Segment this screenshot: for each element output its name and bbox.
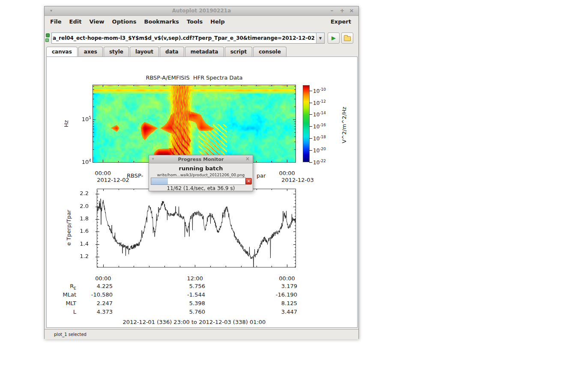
tab-bar: canvasaxesstylelayoutdatametadatascriptc… — [46, 47, 287, 56]
status-bar: plot_1 selected — [45, 329, 358, 339]
tab-data[interactable]: data — [160, 47, 184, 56]
tab-metadata[interactable]: metadata — [185, 47, 224, 56]
spectrogram-y-axis-label: Hz — [63, 120, 69, 128]
colorbar-gradient — [303, 86, 309, 162]
colorbar-tick-label: 10-18 — [313, 135, 326, 142]
play-icon: ▶ — [331, 35, 336, 41]
cancel-x-icon: ✕ — [247, 179, 250, 183]
ephemeris-value: 4.373 — [70, 309, 113, 316]
progress-monitor-dialog: ▾ Progress Monitor × running batch write… — [149, 155, 253, 191]
ephemeris-value: 8.125 — [254, 300, 297, 308]
colorbar-axis-label: V^2/m^2/Hz — [341, 107, 347, 143]
expert-mode-label[interactable]: Expert — [327, 18, 355, 25]
frequency-tick-label: 104 — [70, 158, 91, 166]
tab-canvas[interactable]: canvas — [46, 47, 78, 56]
ephemeris-value: 4.225 — [70, 283, 113, 291]
progress-detail: write/hom...walk3/product_20121206_00.pn… — [149, 173, 253, 177]
menu-item-file[interactable]: File — [46, 18, 66, 25]
open-local-file-button[interactable] — [341, 33, 353, 44]
dialog-titlebar[interactable]: ▾ Progress Monitor × — [149, 155, 253, 163]
ephemeris-value: 5.760 — [162, 309, 205, 316]
uri-type-icon — [46, 33, 50, 37]
ratio-tick-label: 1.4 — [69, 241, 89, 248]
ephemeris-value: -16.190 — [254, 291, 297, 299]
spectrogram-y-ticks: 105104 — [70, 85, 91, 163]
ephemeris-value: 5.398 — [162, 300, 205, 308]
colorbar-tick-label: 10-20 — [313, 147, 326, 154]
menubar: FileEditViewOptionsBookmarksToolsHelpExp… — [45, 16, 358, 27]
x-tick-label: 2012-12-03 — [279, 177, 316, 183]
menu-item-bookmarks[interactable]: Bookmarks — [140, 18, 183, 25]
colorbar-ticks: 10-1010-1210-1410-1610-1810-2010-22 — [313, 85, 340, 164]
ephemeris-value: -10.580 — [70, 291, 113, 299]
progress-counter: 11/62 (1.4/sec, eta 36.9 s) — [149, 185, 253, 191]
tab-layout[interactable]: layout — [130, 47, 159, 56]
desktop: ▾ Autoplot 20190221a – + × FileEditViewO… — [0, 0, 576, 392]
maximize-button[interactable]: + — [339, 7, 346, 14]
window-title: Autoplot 20190221a — [45, 8, 358, 14]
menu-item-tools[interactable]: Tools — [183, 18, 206, 25]
tab-console[interactable]: console — [253, 47, 287, 56]
cancel-button[interactable]: ✕ — [245, 178, 252, 184]
status-text: plot_1 selected — [54, 332, 87, 337]
x-tick-label: 2012-12-02 — [94, 177, 132, 183]
chevron-down-icon: ▼ — [319, 36, 322, 40]
menu-item-help[interactable]: Help — [206, 18, 228, 25]
folder-icon — [344, 36, 351, 41]
ratio-tick-label: 1.2 — [69, 253, 89, 261]
window-titlebar[interactable]: ▾ Autoplot 20190221a – + × — [45, 6, 358, 16]
ephemeris-value: 3.179 — [254, 283, 297, 291]
occluded-plot-title-right: par — [257, 172, 266, 179]
ratio-tick-label: 2.2 — [69, 190, 89, 198]
dialog-title: Progress Monitor — [149, 157, 253, 162]
progress-status: running batch — [149, 165, 253, 172]
x-tick-label: 00:00 — [90, 170, 116, 176]
x-tick-label: 00:00 — [274, 275, 300, 282]
colorbar-tick-label: 10-14 — [313, 111, 326, 118]
x-tick-label: 12:00 — [182, 275, 208, 282]
ratio-tick-label: 2.0 — [69, 203, 89, 211]
go-button[interactable]: ▶ — [328, 33, 340, 44]
timeseries-plot[interactable] — [97, 189, 296, 267]
ephemeris-table: RE4.2255.7563.179MLat-10.580-1.544-16.19… — [47, 283, 358, 319]
uri-aggregation-icon — [45, 39, 49, 42]
tab-script[interactable]: script — [225, 47, 253, 56]
menu-item-view[interactable]: View — [85, 18, 108, 25]
occluded-plot-title-left: RBSP- — [127, 172, 143, 179]
ephemeris-value: 2.247 — [70, 300, 113, 308]
progress-bar — [151, 178, 246, 185]
colorbar-tick-label: 10-16 — [313, 123, 326, 130]
ephemeris-value: 5.756 — [162, 283, 205, 291]
ephemeris-value: -1.544 — [162, 291, 205, 299]
uri-toolbar: ▼ ▶ — [45, 27, 358, 47]
plot-title: RBSP-A/EMFISIS HFR Spectra Data — [93, 74, 295, 81]
tab-style[interactable]: style — [104, 47, 129, 56]
ephemeris-value: 3.447 — [254, 309, 297, 316]
colorbar-tick-label: 10-10 — [313, 87, 326, 95]
progress-bar-fill — [151, 178, 168, 184]
x-tick-label: 00:00 — [90, 275, 116, 282]
close-button[interactable]: × — [348, 7, 355, 14]
ratio-tick-label: 1.6 — [69, 228, 89, 235]
ratio-tick-label: 1.8 — [69, 215, 89, 223]
colorbar-tick-label: 10-22 — [313, 159, 326, 166]
frequency-tick-label: 105 — [70, 116, 91, 123]
timeseries-y-ticks: 2.22.01.81.61.41.2 — [69, 189, 89, 267]
uri-combo: ▼ — [51, 33, 325, 44]
dialog-close-button[interactable]: × — [245, 156, 250, 162]
menu-item-options[interactable]: Options — [108, 18, 140, 25]
time-range-label: 2012-12-01 (336) 23:00 to 2012-12-03 (33… — [93, 319, 295, 325]
uri-dropdown-button[interactable]: ▼ — [316, 33, 324, 43]
colorbar — [303, 85, 310, 162]
colorbar-tick-label: 10-12 — [313, 99, 326, 107]
spectrogram-plot[interactable] — [93, 85, 296, 163]
minimize-button[interactable]: – — [328, 7, 335, 14]
menu-item-edit[interactable]: Edit — [66, 18, 86, 25]
x-tick-label: 00:00 — [274, 170, 300, 176]
tab-axes[interactable]: axes — [78, 47, 103, 56]
plot-canvas-panel: RBSP-A/EMFISIS HFR Spectra Data Hz 10510… — [46, 56, 358, 328]
uri-input[interactable] — [52, 33, 316, 43]
